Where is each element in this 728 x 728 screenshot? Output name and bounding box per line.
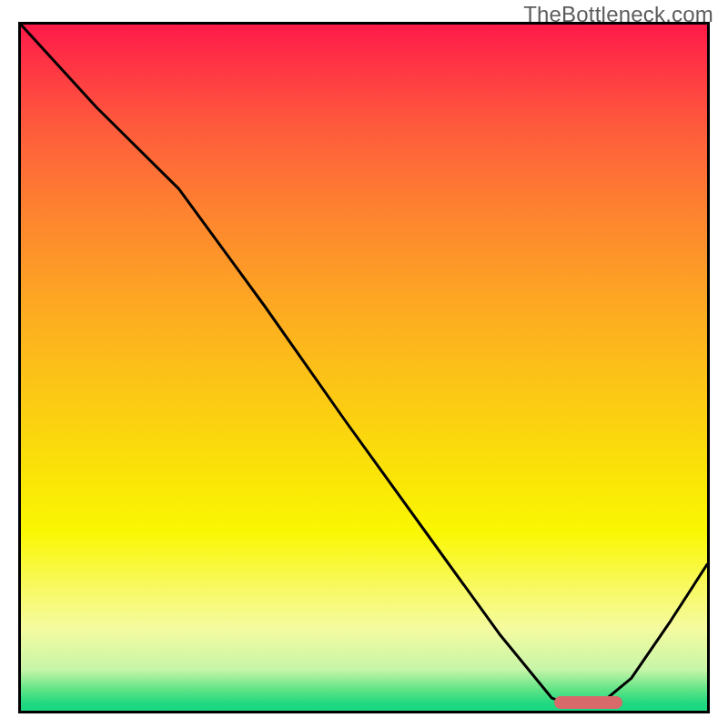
watermark-text: TheBottleneck.com xyxy=(523,2,713,27)
bottleneck-curve-path xyxy=(21,25,707,705)
chart-container: TheBottleneck.com xyxy=(0,0,728,728)
plot-frame xyxy=(18,22,710,713)
optimal-range-marker xyxy=(554,696,622,709)
curve-svg xyxy=(21,25,707,711)
